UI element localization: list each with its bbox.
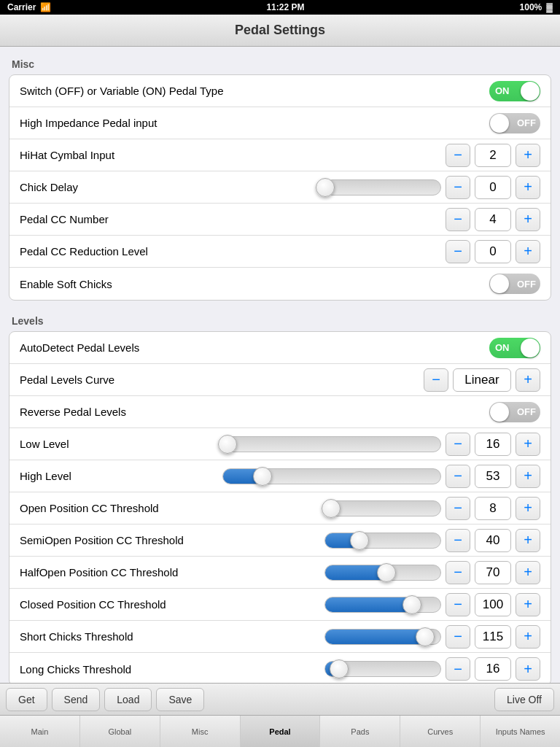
enable-soft-chicks-control: OFF [489, 274, 540, 294]
curve-minus-button[interactable]: − [424, 368, 448, 392]
reverse-pedal-toggle[interactable]: OFF [489, 402, 540, 422]
reverse-pedal-toggle-label: OFF [517, 406, 536, 417]
short-chicks-control: − 115 + [324, 625, 540, 649]
short-chicks-plus-button[interactable]: + [516, 625, 540, 649]
enable-soft-chicks-row: Enable Soft Chicks OFF [9, 268, 551, 300]
pedal-cc-reduction-minus-button[interactable]: − [446, 240, 470, 263]
tab-bar: Main Global Misc Pedal Pads Curves Input… [0, 715, 560, 747]
tab-pads[interactable]: Pads [320, 716, 400, 747]
semiopen-position-control: − 40 + [324, 529, 540, 552]
send-button[interactable]: Send [52, 688, 101, 711]
closed-position-track [324, 597, 441, 613]
pedal-type-toggle[interactable]: ON [489, 81, 540, 101]
open-position-plus-button[interactable]: + [516, 497, 540, 520]
tab-curves[interactable]: Curves [400, 716, 481, 747]
halfopen-position-plus-button[interactable]: + [516, 561, 540, 584]
autodetect-toggle-label: ON [495, 342, 510, 353]
hihat-plus-button[interactable]: + [516, 144, 540, 167]
pedal-cc-reduction-plus-button[interactable]: + [516, 240, 540, 263]
tab-main[interactable]: Main [0, 716, 80, 747]
autodetect-label: AutoDetect Pedal Levels [20, 341, 139, 354]
save-button[interactable]: Save [156, 688, 204, 711]
load-button[interactable]: Load [104, 688, 152, 711]
status-left: Carrier 📶 [7, 2, 51, 12]
enable-soft-chicks-label: Enable Soft Chicks [20, 278, 112, 290]
pedal-cc-number-minus-button[interactable]: − [446, 208, 470, 231]
low-level-thumb[interactable] [218, 435, 237, 454]
high-impedance-toggle[interactable]: OFF [489, 113, 540, 133]
closed-position-thumb[interactable] [402, 595, 421, 614]
short-chicks-thumb[interactable] [416, 627, 435, 646]
halfopen-position-control: − 70 + [324, 561, 540, 584]
tab-inputs-names[interactable]: Inputs Names [481, 716, 560, 747]
semiopen-position-plus-button[interactable]: + [516, 529, 540, 552]
live-button[interactable]: Live Off [494, 688, 554, 711]
tab-global[interactable]: Global [80, 716, 160, 747]
curve-plus-button[interactable]: + [516, 368, 540, 392]
closed-position-row: Closed Position CC Threshold − 100 + [9, 589, 551, 621]
chick-delay-track [324, 179, 441, 196]
tab-pedal[interactable]: Pedal [241, 716, 321, 747]
high-impedance-label: High Impedance Pedal input [20, 117, 157, 129]
chick-delay-thumb[interactable] [316, 178, 335, 197]
autodetect-toggle[interactable]: ON [489, 338, 540, 358]
tab-misc[interactable]: Misc [160, 716, 241, 747]
open-position-row: Open Position CC Threshold − 8 + [9, 492, 551, 525]
hihat-value: 2 [475, 144, 511, 167]
high-impedance-toggle-label: OFF [517, 117, 536, 128]
halfopen-position-thumb[interactable] [377, 563, 396, 582]
high-level-track [222, 468, 441, 484]
nav-bar: Pedal Settings [0, 15, 560, 47]
low-level-minus-button[interactable]: − [446, 433, 470, 456]
chick-delay-value: 0 [475, 176, 511, 199]
long-chicks-thumb[interactable] [330, 659, 349, 678]
open-position-track [324, 500, 441, 516]
tab-curves-label: Curves [427, 727, 453, 736]
low-level-label: Low Level [20, 438, 69, 450]
halfopen-position-minus-button[interactable]: − [446, 561, 470, 584]
high-level-plus-button[interactable]: + [516, 465, 540, 488]
carrier-label: Carrier [7, 2, 36, 12]
tab-misc-label: Misc [192, 727, 209, 736]
scroll-area: Misc Switch (OFF) or Variable (ON) Pedal… [0, 47, 560, 683]
pedal-cc-number-row: Pedal CC Number − 4 + [9, 204, 551, 236]
tab-main-label: Main [31, 727, 49, 736]
short-chicks-track [324, 629, 441, 645]
semiopen-position-minus-button[interactable]: − [446, 529, 470, 552]
open-position-minus-button[interactable]: − [446, 497, 470, 520]
semiopen-position-value: 40 [475, 529, 511, 552]
chick-delay-plus-button[interactable]: + [516, 176, 540, 199]
enable-soft-chicks-toggle[interactable]: OFF [489, 274, 540, 294]
pedal-type-row: Switch (OFF) or Variable (ON) Pedal Type… [9, 75, 551, 107]
hihat-minus-button[interactable]: − [446, 144, 470, 167]
closed-position-control: − 100 + [324, 593, 540, 616]
long-chicks-minus-button[interactable]: − [446, 657, 470, 681]
chick-delay-minus-button[interactable]: − [446, 176, 470, 199]
reverse-pedal-control: OFF [489, 402, 540, 422]
low-level-control: − 16 + [222, 433, 540, 456]
misc-section-header: Misc [9, 58, 551, 74]
open-position-control: − 8 + [324, 497, 540, 520]
tab-pedal-label: Pedal [269, 727, 290, 736]
low-level-plus-button[interactable]: + [516, 433, 540, 456]
high-level-row: High Level − 53 + [9, 460, 551, 492]
short-chicks-minus-button[interactable]: − [446, 625, 470, 649]
pedal-cc-number-plus-button[interactable]: + [516, 208, 540, 231]
long-chicks-row: Long Chicks Threshold − 16 + [9, 653, 551, 683]
closed-position-minus-button[interactable]: − [446, 593, 470, 616]
high-level-minus-button[interactable]: − [446, 465, 470, 488]
semiopen-position-thumb[interactable] [350, 531, 369, 550]
long-chicks-plus-button[interactable]: + [516, 657, 540, 681]
semiopen-position-track [324, 533, 441, 549]
pedal-cc-number-value: 4 [475, 208, 511, 231]
long-chicks-track [324, 661, 441, 677]
low-level-row: Low Level − 16 + [9, 428, 551, 460]
open-position-thumb[interactable] [322, 499, 341, 518]
get-button[interactable]: Get [6, 688, 47, 711]
high-level-thumb[interactable] [253, 467, 272, 486]
status-right: 100% ▓ [520, 2, 553, 12]
hihat-cymbal-label: HiHat Cymbal Input [20, 149, 114, 161]
reverse-pedal-row: Reverse Pedal Levels OFF [9, 396, 551, 428]
closed-position-plus-button[interactable]: + [516, 593, 540, 616]
wifi-icon: 📶 [40, 2, 51, 12]
